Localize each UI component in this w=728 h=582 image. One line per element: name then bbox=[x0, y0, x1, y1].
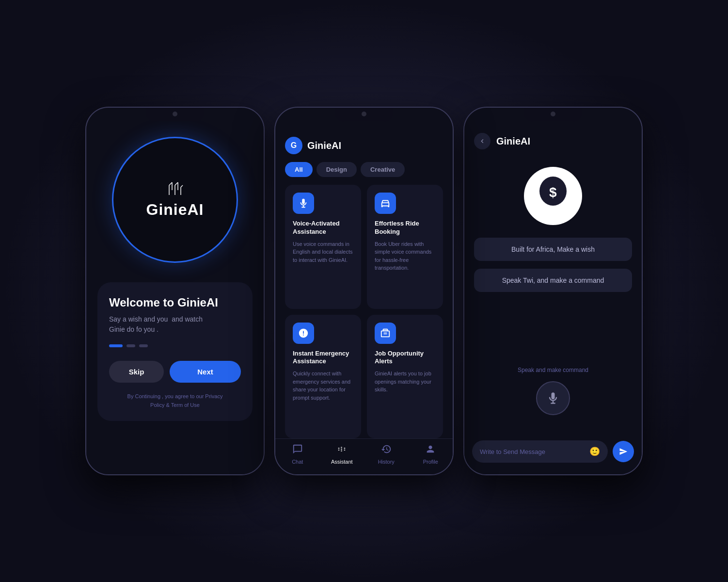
phone2-notch bbox=[335, 108, 393, 121]
camera-dot-3 bbox=[551, 112, 555, 116]
chat-bubble-2: Speak Twi, and make a command bbox=[474, 269, 632, 292]
profile-icon bbox=[425, 444, 436, 457]
chat-bubble-1: Built for Africa, Make a wish bbox=[474, 238, 632, 261]
nav-chat[interactable]: Chat bbox=[275, 444, 320, 465]
dot-1 bbox=[109, 344, 123, 347]
svg-rect-8 bbox=[302, 199, 305, 204]
camera-dot bbox=[173, 112, 177, 116]
svg-rect-15 bbox=[338, 448, 340, 449]
phone-welcome: GinieAI Welcome to GinieAI Say a wish an… bbox=[85, 107, 265, 475]
welcome-card: Welcome to GinieAI Say a wish and you an… bbox=[97, 282, 253, 421]
svg-rect-14 bbox=[383, 332, 387, 333]
phone1-content: GinieAI Welcome to GinieAI Say a wish an… bbox=[86, 108, 264, 474]
svg-rect-19 bbox=[341, 451, 342, 452]
send-button[interactable] bbox=[613, 441, 634, 462]
feature-desc-emergency: Quickly connect with emergency services … bbox=[293, 370, 353, 402]
filter-all[interactable]: All bbox=[285, 162, 313, 177]
filter-design[interactable]: Design bbox=[317, 162, 357, 177]
feature-title-emergency: Instant Emergency Assistance bbox=[293, 350, 353, 366]
dot-2 bbox=[127, 344, 135, 347]
skip-button[interactable]: Skip bbox=[109, 361, 164, 383]
speak-label: Speak and make command bbox=[474, 367, 632, 373]
feature-desc-job: GinieAI alerts you to job openings match… bbox=[375, 370, 435, 394]
terms-text: By Continuing , you agree to our Privacy… bbox=[109, 392, 241, 409]
ride-icon-bg bbox=[375, 193, 396, 214]
feature-title-voice: Voice-Activated Assistance bbox=[293, 220, 353, 236]
genie-avatar: $ bbox=[524, 167, 582, 225]
dot-3 bbox=[139, 344, 148, 347]
svg-rect-21 bbox=[344, 450, 346, 451]
nav-profile[interactable]: Profile bbox=[409, 444, 453, 465]
mic-wrapper bbox=[474, 381, 632, 415]
feature-card-job: Job Opportunity Alerts GinieAI alerts yo… bbox=[367, 315, 443, 439]
bottom-nav: Chat Assistant bbox=[275, 438, 453, 474]
features-grid: Voice-Activated Assistance Use voice com… bbox=[275, 185, 453, 438]
svg-line-7 bbox=[181, 185, 183, 187]
feature-card-emergency: Instant Emergency Assistance Quickly con… bbox=[285, 315, 361, 439]
nav-chat-label: Chat bbox=[292, 459, 303, 465]
emergency-icon-bg bbox=[293, 323, 314, 344]
chat-input-wrapper: Write to Send Message 🙂 bbox=[472, 440, 608, 463]
feature-title-ride: Effortless Ride Booking bbox=[375, 220, 435, 236]
chat-placeholder: Write to Send Message bbox=[480, 448, 545, 455]
nav-assistant-label: Assistant bbox=[331, 459, 353, 465]
next-button[interactable]: Next bbox=[170, 361, 241, 383]
feature-card-voice: Voice-Activated Assistance Use voice com… bbox=[285, 185, 361, 309]
mic-button[interactable] bbox=[536, 381, 570, 415]
svg-rect-16 bbox=[338, 450, 340, 451]
svg-point-11 bbox=[383, 204, 384, 205]
filter-creative[interactable]: Creative bbox=[361, 162, 405, 177]
phone3-notch bbox=[524, 108, 582, 121]
phone-chat: GinieAI $ Built for Africa, Make a wish … bbox=[463, 107, 643, 475]
voice-icon-bg bbox=[293, 193, 314, 214]
history-icon bbox=[381, 444, 392, 457]
svg-text:$: $ bbox=[549, 185, 557, 200]
speak-section: Speak and make command bbox=[474, 367, 632, 425]
back-button[interactable] bbox=[474, 133, 491, 149]
phone1-notch bbox=[146, 108, 204, 121]
assistant-icon bbox=[336, 444, 347, 457]
g-icon: G bbox=[285, 137, 302, 154]
circle-logo: GinieAI bbox=[112, 137, 238, 263]
svg-point-12 bbox=[387, 204, 388, 205]
chat-input-area: Write to Send Message 🙂 bbox=[464, 435, 642, 474]
dots-row bbox=[109, 344, 241, 347]
nav-history-label: History bbox=[378, 459, 395, 465]
phone1-logo: GinieAI bbox=[146, 201, 204, 219]
feature-desc-ride: Book Uber rides with simple voice comman… bbox=[375, 240, 435, 272]
feature-desc-voice: Use voice commands in English and local … bbox=[293, 240, 353, 264]
svg-rect-20 bbox=[344, 448, 346, 449]
feature-card-ride: Effortless Ride Booking Book Uber rides … bbox=[367, 185, 443, 309]
nav-assistant[interactable]: Assistant bbox=[320, 444, 364, 465]
filter-tabs: All Design Creative bbox=[275, 162, 453, 185]
svg-line-4 bbox=[175, 182, 178, 185]
app-name: GinieAI bbox=[307, 140, 341, 151]
phones-container: GinieAI Welcome to GinieAI Say a wish an… bbox=[85, 107, 643, 475]
phone-features: G GinieAI All Design Creative bbox=[274, 107, 454, 475]
btn-row: Skip Next bbox=[109, 361, 241, 383]
phone2-content: G GinieAI All Design Creative bbox=[275, 108, 453, 474]
welcome-title: Welcome to GinieAI bbox=[109, 296, 241, 309]
phone3-content: GinieAI $ Built for Africa, Make a wish … bbox=[464, 108, 642, 474]
emoji-button[interactable]: 🙂 bbox=[589, 446, 600, 457]
chat-app-name: GinieAI bbox=[496, 136, 530, 147]
job-icon-bg bbox=[375, 323, 396, 344]
nav-history[interactable]: History bbox=[364, 444, 409, 465]
svg-rect-13 bbox=[383, 333, 387, 334]
welcome-subtitle: Say a wish and you and watchGinie do fo … bbox=[109, 314, 241, 335]
feature-title-job: Job Opportunity Alerts bbox=[375, 350, 435, 366]
svg-rect-18 bbox=[341, 449, 342, 450]
svg-rect-24 bbox=[552, 392, 555, 399]
svg-rect-17 bbox=[341, 447, 342, 448]
chat-body: $ Built for Africa, Make a wish Speak Tw… bbox=[464, 157, 642, 435]
nav-profile-label: Profile bbox=[423, 459, 438, 465]
chat-icon bbox=[292, 444, 303, 457]
camera-dot-2 bbox=[362, 112, 366, 116]
svg-line-1 bbox=[169, 182, 172, 185]
